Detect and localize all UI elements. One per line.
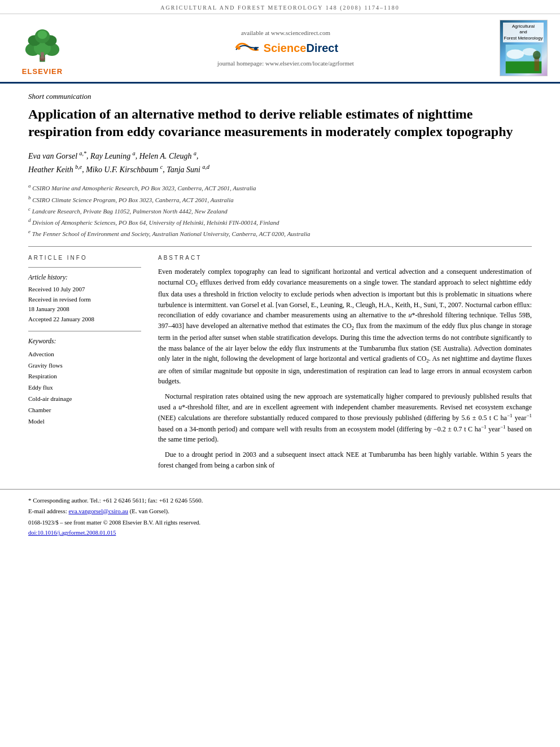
affiliations: a CSIRO Marine and Atmospheric Research,… [28,182,532,239]
available-text: available at www.sciencedirect.com [241,29,330,36]
authors-line: Eva van Gorsel a,*, Ray Leuning a, Helen… [28,149,532,176]
footer: * Corresponding author. Tel.: +61 2 6246… [0,489,560,544]
abstract-header: Abstract [158,254,532,263]
sciencedirect-logo: ScienceDirect [233,40,338,56]
author-email[interactable]: eva.vangorsel@csiro.au [68,508,128,514]
divider [28,246,532,247]
doi-text[interactable]: doi:10.1016/j.agrformet.2008.01.015 [28,530,116,536]
sd-brand-text: ScienceDirect [264,42,338,55]
svg-point-17 [533,51,541,59]
article-type: Short communication [28,92,532,101]
two-column-section: Article Info Article history: Received 1… [28,254,532,475]
left-divider-1 [28,267,141,268]
affiliation-a: a CSIRO Marine and Atmospheric Research,… [28,182,532,193]
journal-homepage-text: journal homepage: www.elsevier.com/locat… [217,60,354,67]
article-title: Application of an alternative method to … [28,106,532,141]
svg-point-10 [237,46,240,50]
revised-date: 18 January 2008 [28,304,141,314]
journal-cover-image [502,45,545,73]
article-dates: Received 10 July 2007 Received in revise… [28,285,141,324]
received-date-1: Received 10 July 2007 [28,285,141,295]
right-column: Abstract Even moderately complex topogra… [158,254,532,475]
sciencedirect-header: available at www.sciencedirect.com Scien… [79,20,492,76]
accepted-date: Accepted 22 January 2008 [28,314,141,325]
affiliation-b: b CSIRO Climate Science Program, PO Box … [28,194,532,205]
abstract-para-1: Even moderately complex topography can l… [158,267,532,387]
abstract-body: Even moderately complex topography can l… [158,267,532,470]
svg-point-14 [506,50,523,59]
keyword-chamber: Chamber [28,405,141,416]
email-line: E-mail address: eva.vangorsel@csiro.au (… [28,506,532,517]
abstract-para-2: Nocturnal respiration rates obtained usi… [158,391,532,445]
abstract-para-3: Due to a drought period in 2003 and a su… [158,449,532,470]
corresponding-author: * Corresponding author. Tel.: +61 2 6246… [28,495,532,506]
affiliation-e: e The Fenner School of Environment and S… [28,228,532,239]
left-column: Article Info Article history: Received 1… [28,254,141,475]
page-header: ELSEVIER available at www.sciencedirect.… [0,14,560,84]
keyword-advection: Advection [28,349,141,360]
keywords-list: Advection Gravity flows Respiration Eddy… [28,349,141,427]
elsevier-logo: ELSEVIER [11,20,73,76]
journal-top-bar: Agricultural and Forest Meteorology 148 … [0,0,560,14]
received-revised-label: Received in revised form [28,295,141,305]
keyword-model: Model [28,416,141,427]
corresponding-label: * Corresponding author. [28,497,89,504]
keywords-label: Keywords: [28,336,141,346]
left-divider-2 [28,331,141,331]
affiliation-c: c Landcare Research, Private Bag 11052, … [28,205,532,216]
svg-point-7 [38,30,47,39]
elsevier-label: ELSEVIER [22,67,63,76]
main-content: Short communication Application of an al… [0,84,560,483]
svg-rect-9 [41,52,44,58]
affiliation-d: d Division of Atmospheric Sciences, PO B… [28,216,532,228]
keyword-gravity: Gravity flows [28,360,141,372]
article-history-label: Article history: [28,272,141,282]
email-label: E-mail address: [28,508,67,514]
journal-cover: Agricultural and Forest Meteorology [498,20,549,76]
keyword-respiration: Respiration [28,371,141,382]
article-info-header: Article Info [28,254,141,263]
email-person: (E. van Gorsel). [130,508,169,514]
doi-line: doi:10.1016/j.agrformet.2008.01.015 [28,528,532,538]
journal-cover-title: Agricultural and Forest Meteorology [503,23,544,42]
keyword-cold-air: Cold-air drainage [28,394,141,405]
sciencedirect-icon [233,40,261,56]
copyright-line: 0168-1923/$ – see front matter © 2008 El… [28,518,532,528]
elsevier-tree-icon [20,20,65,65]
keyword-eddy: Eddy flux [28,382,141,394]
corresponding-contact: Tel.: +61 2 6246 5611; fax: +61 2 6246 5… [90,497,203,504]
svg-point-11 [254,47,257,50]
